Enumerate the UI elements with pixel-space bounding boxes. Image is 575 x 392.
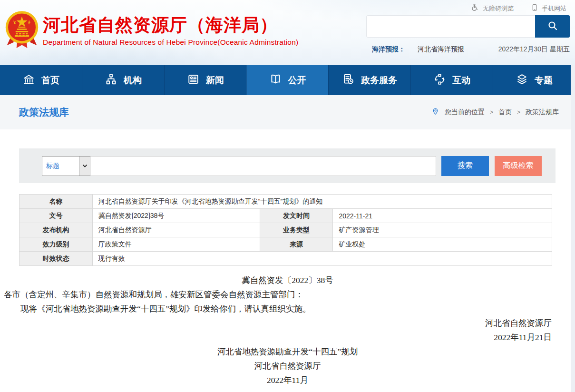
utility-links: 无障碍浏览 手机网站 xyxy=(471,3,566,13)
nav-label: 互动 xyxy=(452,74,470,87)
select-value: 标题 xyxy=(42,162,59,170)
breadcrumb-separator: > xyxy=(517,109,520,116)
meta-value-cell: 河北省自然资源厅 xyxy=(92,223,260,237)
page: 无障碍浏览 手机网站 xyxy=(0,0,575,392)
table-row: 发布机构 河北省自然资源厅 业务类型 矿产资源管理 xyxy=(19,223,552,237)
document-meta-table: 名称 河北省自然资源厅关于印发《河北省地热资源勘查开发“十四五”规划》的通知 文… xyxy=(19,194,552,266)
open-book-icon xyxy=(269,73,282,88)
breadcrumb-home-link[interactable]: 首页 xyxy=(498,108,512,117)
doc-attachment-org: 河北省自然资源厅 xyxy=(0,359,575,373)
meta-label-cell: 发文时间 xyxy=(260,209,333,223)
search-field-select[interactable]: 标题 xyxy=(42,156,90,176)
forecast-row: 海洋预报： 河北省海洋预报 2022年12月30日 星期五 xyxy=(372,45,570,54)
nav-item-services[interactable]: 政务服务 xyxy=(328,65,410,95)
news-icon xyxy=(187,73,200,88)
nav-item-interact[interactable]: 互动 xyxy=(410,65,493,95)
doc-attachment-date: 2022年11月 xyxy=(0,373,575,387)
mobile-site-link[interactable]: 手机网站 xyxy=(531,3,566,13)
doc-signature-date: 2022年11月21日 xyxy=(0,330,575,344)
doc-number: 冀自然资发〔2022〕38号 xyxy=(0,273,575,287)
breadcrumb: 您当前的位置 > 首页 > 政策法规库 xyxy=(431,107,559,118)
nav-label: 首页 xyxy=(41,74,59,87)
accessibility-icon xyxy=(471,3,479,13)
mobile-phone-icon xyxy=(531,3,538,13)
advanced-search-button[interactable]: 高级检索 xyxy=(495,156,542,176)
search-button[interactable]: 搜索 xyxy=(441,156,489,176)
document-body: 冀自然资发〔2022〕38号 各市（含定州、辛集市）自然资源和规划局，雄安新区管… xyxy=(0,273,575,387)
breadcrumb-current: 政策法规库 xyxy=(526,108,559,117)
nav-item-home[interactable]: 首页 xyxy=(0,65,82,95)
layers-icon xyxy=(516,73,528,88)
meta-label-cell: 文号 xyxy=(19,209,93,223)
interact-icon xyxy=(433,73,446,88)
meta-label-cell: 效力级别 xyxy=(19,237,93,252)
header-search-button[interactable] xyxy=(535,15,570,38)
national-emblem-logo xyxy=(4,10,40,53)
nav-label: 政务服务 xyxy=(361,74,397,87)
org-icon xyxy=(105,73,117,88)
meta-value-cell: 冀自然资发[2022]38号 xyxy=(92,209,260,223)
keyword-input[interactable] xyxy=(90,156,436,176)
meta-label-cell: 名称 xyxy=(19,195,93,209)
forecast-label: 海洋预报： xyxy=(372,45,405,54)
page-title: 政策法规库 xyxy=(19,106,69,119)
table-row: 时效状态 现行有效 xyxy=(19,252,552,266)
site-subtitle-english: Department of Natural Resources of Hebei… xyxy=(43,38,298,47)
location-label: 您当前的位置 xyxy=(445,108,485,117)
header-search xyxy=(366,15,570,38)
table-row: 效力级别 厅政策文件 来源 矿业权处 xyxy=(19,237,552,252)
nav-label: 新闻 xyxy=(206,74,224,87)
mobile-site-label: 手机网站 xyxy=(542,4,566,13)
meta-label-cell: 发布机构 xyxy=(19,223,93,237)
doc-paragraph: 现将《河北省地热资源勘查开发“十四五”规划》印发给你们，请认真组织实施。 xyxy=(0,302,575,316)
table-row: 名称 河北省自然资源厅关于印发《河北省地热资源勘查开发“十四五”规划》的通知 xyxy=(19,195,552,209)
search-form: 标题 搜索 高级检索 xyxy=(19,148,556,183)
forecast-link[interactable]: 河北省海洋预报 xyxy=(418,45,464,54)
site-header: 无障碍浏览 手机网站 xyxy=(0,0,575,65)
site-title-block: 河北省自然资源厅（海洋局） Department of Natural Reso… xyxy=(43,16,298,47)
meta-value-cell: 矿业权处 xyxy=(333,237,552,252)
meta-value-cell: 2022-11-21 xyxy=(333,209,552,223)
meta-label-cell: 业务类型 xyxy=(260,223,333,237)
meta-value-cell: 现行有效 xyxy=(92,252,552,266)
services-icon xyxy=(342,73,355,88)
nav-label: 专题 xyxy=(535,74,553,87)
nav-item-org[interactable]: 机构 xyxy=(82,65,164,95)
accessibility-label: 无障碍浏览 xyxy=(483,4,514,13)
doc-salutation: 各市（含定州、辛集市）自然资源和规划局，雄安新区管委会自然资源主管部门： xyxy=(0,287,575,302)
main-content: 标题 搜索 高级检索 名称 河北省自然资源厅关于印发《河北省地热资源勘查开发“十… xyxy=(0,148,575,387)
meta-value-cell: 河北省自然资源厅关于印发《河北省地热资源勘查开发“十四五”规划》的通知 xyxy=(92,195,552,209)
nav-item-open[interactable]: 公开 xyxy=(246,65,329,95)
meta-value-cell: 矿产资源管理 xyxy=(333,223,552,237)
table-row: 文号 冀自然资发[2022]38号 发文时间 2022-11-21 xyxy=(19,209,552,223)
location-pin-icon xyxy=(431,107,439,118)
meta-label-cell: 来源 xyxy=(260,237,333,252)
meta-value-cell: 厅政策文件 xyxy=(92,237,260,252)
home-icon xyxy=(22,73,35,88)
nav-label: 机构 xyxy=(124,74,142,87)
current-date: 2022年12月30日 星期五 xyxy=(498,45,570,54)
search-icon xyxy=(547,20,558,33)
nav-item-news[interactable]: 新闻 xyxy=(164,65,246,95)
chevron-down-icon[interactable] xyxy=(79,157,90,176)
header-search-input[interactable] xyxy=(366,15,535,38)
scrollbar-track[interactable] xyxy=(571,65,575,392)
nav-item-topics[interactable]: 专题 xyxy=(493,65,575,95)
doc-attachment-title: 河北省地热资源勘查开发“十四五”规划 xyxy=(0,344,575,359)
breadcrumb-band: 政策法规库 您当前的位置 > 首页 > 政策法规库 xyxy=(0,95,575,129)
main-nav: 首页 机构 新闻 xyxy=(0,65,575,95)
nav-label: 公开 xyxy=(288,74,306,87)
site-title: 河北省自然资源厅（海洋局） xyxy=(43,16,298,35)
meta-label-cell: 时效状态 xyxy=(19,252,93,266)
doc-signature-org: 河北省自然资源厅 xyxy=(0,316,575,330)
accessibility-link[interactable]: 无障碍浏览 xyxy=(471,3,514,13)
breadcrumb-separator: > xyxy=(490,109,493,116)
